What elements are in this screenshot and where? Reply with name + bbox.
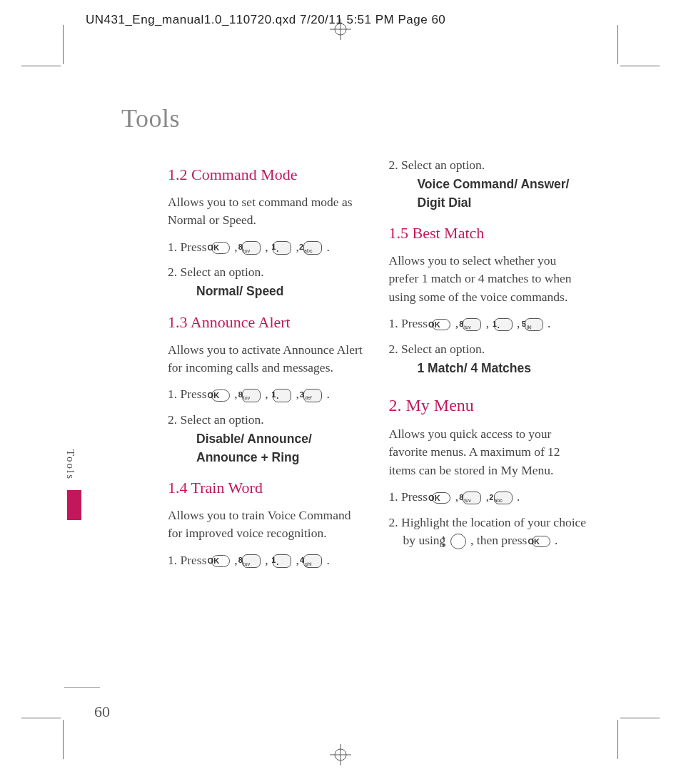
option-text: Normal/ Speed [182,282,368,300]
heading-1-4: 1.4 Train Word [168,477,368,499]
page-number: 60 [94,703,110,721]
ok-key-icon: OK [532,536,550,547]
step: 2. Select an option. Disable/ Announce/ … [168,411,368,467]
footer-rule [64,687,100,688]
step: 1. Press OK , 8tuv , 1• , 4ghi . [168,551,368,569]
step-text: , then press [468,533,530,547]
side-tab-label: Tools [64,449,76,486]
step-text: 2. Select an option. [168,412,264,427]
cropmark [63,720,64,759]
step-text: 2. Select an option. [389,158,485,172]
cropmark [617,720,618,759]
ok-key-icon: OK [211,242,230,253]
step: 2. Select an option. Normal/ Speed [168,263,368,301]
para: Allows you to activate Announce Alert fo… [168,341,368,377]
registration-mark-icon [330,744,351,765]
key-3-icon: 3def [303,389,322,402]
side-tab-bar [67,490,81,520]
step: 2. Select an option. Voice Command/ Answ… [389,156,589,212]
step: 2. Highlight the location of your choice… [389,514,589,550]
step: 1. Press OK , 8tuv , 2abc . [389,488,589,506]
key-8-icon: 8tuv [242,554,261,567]
key-8-icon: 8tuv [463,492,481,504]
step: 1. Press OK , 8tuv , 1• , 2abc . [168,238,368,256]
ok-key-icon: OK [432,492,450,504]
step-text: 2. Select an option. [168,265,264,279]
para: Allows you quick access to your favorite… [389,425,589,479]
cropmark [620,718,660,718]
cropmark [21,718,61,718]
para: Allows you to train Voice Command for im… [168,506,368,543]
step-text: 2. Select an option. [389,342,485,356]
option-text: Disable/ Announce/ Announce + Ring [182,430,368,467]
key-1-icon: 1• [273,389,291,402]
side-tab: Tools [64,449,84,520]
step: 2. Select an option. 1 Match/ 4 Matches [389,340,589,378]
heading-2: 2. My Menu [389,393,589,418]
heading-1-3: 1.3 Announce Alert [168,311,368,334]
step-text: 1. Press [168,387,210,401]
key-1-icon: 1• [273,241,291,254]
para: Allows you to select whether you prefer … [389,252,589,306]
step-text: . [552,533,558,547]
step: 1. Press OK , 8tuv , 1• , 3def . [168,385,368,403]
heading-1-5: 1.5 Best Match [389,222,589,245]
page-body: Tools 1.2 Command Mode Allows you to set… [64,68,617,716]
cropmark [620,66,660,66]
ok-key-icon: OK [211,390,230,401]
key-8-icon: 8tuv [242,241,261,254]
step-text: 1. Press [389,316,431,330]
key-5-icon: 5jkl [525,318,543,331]
key-2-icon: 2abc [303,241,322,254]
option-text: Voice Command/ Answer/ Digit Dial [403,175,589,212]
step-text: 1. Press [168,553,210,567]
key-8-icon: 8tuv [463,318,481,331]
key-1-icon: 1• [273,554,291,567]
step: 1. Press OK , 8tuv , 1• , 5jkl . [389,315,589,332]
cropmark [21,66,61,66]
cropmark [63,25,64,64]
key-2-icon: 2abc [494,492,513,504]
key-1-icon: 1• [494,318,513,331]
ok-key-icon: OK [211,555,230,566]
option-text: 1 Match/ 4 Matches [403,360,589,377]
para: Allows you to set command mode as Normal… [168,193,368,230]
ok-key-icon: OK [432,319,450,330]
left-column: 1.2 Command Mode Allows you to set comma… [168,153,368,576]
key-4-icon: 4ghi [303,554,322,567]
step-text: 1. Press [389,489,431,504]
print-header: UN431_Eng_manual1.0_110720.qxd 7/20/11 5… [86,13,445,27]
nav-key-icon [450,534,466,549]
cropmark [617,25,618,64]
registration-mark-icon [330,19,351,40]
step-text: 1. Press [168,240,210,254]
page-title: Tools [121,103,588,133]
key-8-icon: 8tuv [242,389,261,402]
right-column: 2. Select an option. Voice Command/ Answ… [389,153,589,576]
heading-1-2: 1.2 Command Mode [168,163,368,186]
